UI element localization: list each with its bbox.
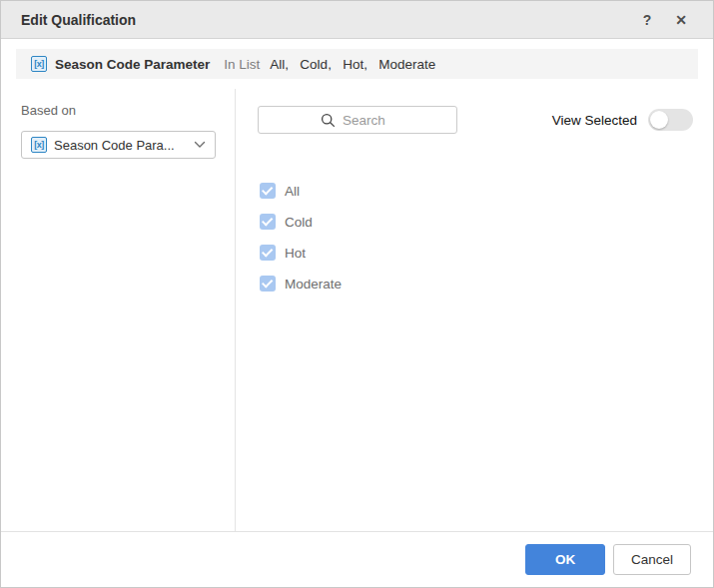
dialog-title: Edit Qualification: [21, 12, 136, 28]
search-input[interactable]: [258, 106, 457, 134]
qualification-summary-bar: [x] Season Code Parameter In List All, C…: [16, 49, 698, 79]
close-icon[interactable]: ✕: [669, 1, 693, 39]
help-icon[interactable]: ?: [635, 1, 659, 39]
cancel-button[interactable]: Cancel: [613, 544, 691, 575]
checkbox-checked-icon[interactable]: [260, 214, 276, 230]
toggle-knob: [650, 111, 668, 129]
parameter-icon: [x]: [31, 56, 47, 72]
list-item[interactable]: Hot: [260, 245, 693, 261]
value-label: Hot: [285, 246, 306, 261]
search-input-field[interactable]: [343, 113, 394, 128]
list-item[interactable]: All: [260, 183, 693, 199]
based-on-selected-value: Season Code Para...: [54, 138, 194, 153]
based-on-label: Based on: [21, 103, 215, 118]
view-selected-toggle[interactable]: [648, 109, 693, 131]
values-panel-toolbar: View Selected: [258, 106, 693, 134]
view-selected-control: View Selected: [552, 109, 693, 131]
based-on-panel: Based on [x] Season Code Para...: [1, 89, 236, 531]
checkbox-checked-icon[interactable]: [260, 245, 276, 261]
list-item[interactable]: Moderate: [260, 276, 693, 292]
value-label: Moderate: [285, 277, 342, 292]
search-icon: [321, 113, 336, 128]
dialog-content: Based on [x] Season Code Para...: [1, 89, 713, 531]
values-panel: View Selected All Cold Hot: [236, 89, 713, 531]
qualification-operator: In List: [224, 57, 260, 72]
value-label: All: [285, 184, 300, 199]
based-on-dropdown[interactable]: [x] Season Code Para...: [21, 131, 216, 159]
value-label: Cold: [285, 215, 313, 230]
value-list: All Cold Hot Moderate: [258, 183, 693, 292]
dialog-titlebar: Edit Qualification ? ✕: [1, 1, 713, 39]
checkbox-checked-icon[interactable]: [260, 276, 276, 292]
list-item[interactable]: Cold: [260, 214, 693, 230]
qualification-values: All, Cold, Hot, Moderate: [270, 57, 435, 72]
dialog-footer: OK Cancel: [1, 531, 713, 587]
parameter-icon: [x]: [31, 137, 47, 153]
edit-qualification-dialog: Edit Qualification ? ✕ [x] Season Code P…: [0, 0, 714, 588]
view-selected-label: View Selected: [552, 113, 637, 128]
chevron-down-icon: [194, 141, 206, 149]
qualification-name: Season Code Parameter: [55, 57, 210, 72]
ok-button[interactable]: OK: [525, 544, 605, 575]
checkbox-checked-icon[interactable]: [260, 183, 276, 199]
